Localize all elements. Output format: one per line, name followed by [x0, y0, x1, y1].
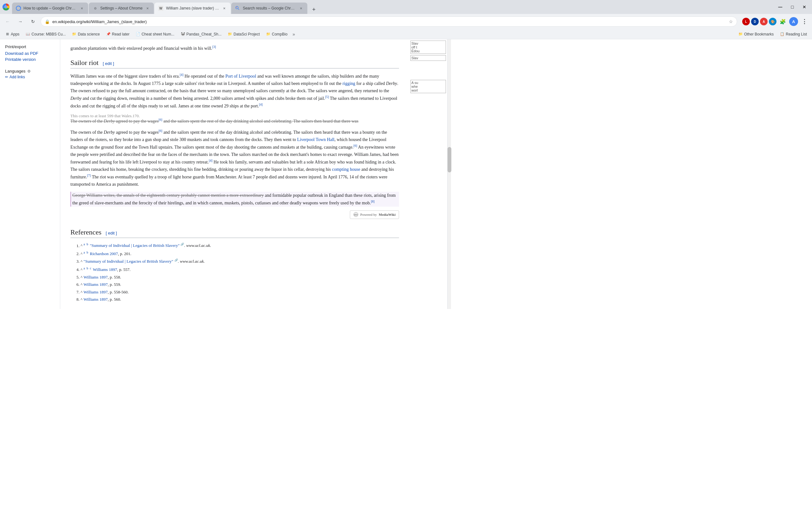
tab-settings-about-chrome[interactable]: ⚙ Settings – About Chrome ✕	[89, 3, 154, 14]
toolbar-icons: L D A 🎨 🧩 A ⋮	[742, 16, 809, 26]
bookmark-datasci-icon: 📁	[228, 32, 232, 37]
sailor-riot-edit-link[interactable]: [ edit ]	[103, 61, 114, 66]
sailor-riot-para1: William James was one of the biggest sla…	[70, 72, 399, 109]
ref7-sup[interactable]: [7]	[87, 174, 91, 177]
bookmark-course-label: Course: MBBS Cu...	[32, 32, 66, 37]
ref3-link[interactable]: "Summary of Individual | Legacies of Bri…	[84, 259, 173, 264]
liverpool-town-hall-link[interactable]: Liverpool Town Hall	[297, 137, 335, 142]
strikethrough-text-1: The owners of the Derby agreed to pay th…	[70, 118, 159, 123]
overlap-para-fg: The owners of the Derby agreed to pay th…	[70, 117, 399, 125]
rigging-link[interactable]: rigging	[343, 81, 355, 86]
tab-how-to-update[interactable]: How to update – Google Chro... ✕	[12, 3, 88, 14]
pdf-icon[interactable]: A	[760, 18, 768, 25]
bookmark-cheatsheet-label: Cheat sheet Num...	[142, 32, 174, 37]
tab-william-james[interactable]: W William James (slave trader) –... ✕	[154, 3, 231, 14]
ref6b-sup[interactable]: [6]	[159, 129, 162, 132]
bookmark-other[interactable]: 📁 Other Bookmarks	[736, 31, 776, 38]
ref4c-sup[interactable]: [4]	[209, 159, 212, 162]
tab-search-results[interactable]: Search results – Google Chro... ✕	[231, 3, 307, 14]
tab4-close[interactable]: ✕	[299, 6, 304, 11]
ref1-sup-b[interactable]: b	[87, 242, 88, 246]
bookmark-read-later[interactable]: 📌 Read later	[104, 31, 132, 38]
bookmarks-bar: ⊞ Apps 📖 Course: MBBS Cu... 📁 Data scien…	[0, 29, 812, 39]
tab2-favicon: ⚙	[93, 6, 98, 11]
ref8-sup[interactable]: [8]	[371, 200, 374, 203]
address-bar[interactable]: 🔒 en.wikipedia.org/wiki/William_James_(s…	[41, 16, 737, 26]
dashlane-icon[interactable]: D	[751, 18, 759, 25]
svg-point-7	[236, 6, 238, 9]
reading-list-label: Reading List	[786, 32, 807, 37]
ref7-link[interactable]: Williams 1897	[84, 290, 107, 294]
bookmark-reading-list[interactable]: 📋 Reading List	[777, 31, 809, 38]
references-title: References	[70, 228, 101, 236]
ref1-link[interactable]: "Summary of Individual | Legacies of Bri…	[90, 243, 180, 248]
ref2-sup-a[interactable]: a	[84, 250, 85, 254]
ref8-link[interactable]: Williams 1897	[84, 297, 107, 302]
tab3-close[interactable]: ✕	[222, 6, 227, 11]
bookmark-cheatsheet[interactable]: 📄 Cheat sheet Num...	[133, 31, 177, 38]
ref-item-7: ^ Williams 1897, p. 558-560.	[81, 289, 399, 295]
profile-avatar[interactable]: A	[789, 17, 798, 26]
references-heading: References [ edit ]	[70, 227, 399, 238]
close-button[interactable]: ✕	[799, 2, 809, 12]
port-of-liverpool-link[interactable]: Port of Liverpool	[225, 74, 256, 78]
lastpass-icon[interactable]: L	[742, 18, 750, 25]
ref4a-sup[interactable]: [4]	[180, 73, 184, 76]
tab1-close[interactable]: ✕	[79, 6, 84, 11]
download-pdf-link[interactable]: Download as PDF	[5, 50, 55, 56]
back-button[interactable]: ←	[3, 16, 13, 26]
more-options-icon[interactable]: ⋮	[799, 16, 809, 26]
scrollbar-thumb[interactable]	[448, 147, 451, 172]
bookmark-ds-label: Data science	[78, 32, 100, 37]
ref1-sup-a[interactable]: a	[84, 242, 85, 246]
intro-partial-para: grandson plantations with their enslaved…	[70, 44, 399, 52]
forward-button[interactable]: →	[15, 16, 26, 26]
refresh-button[interactable]: ↻	[28, 16, 38, 26]
extensions-icon[interactable]: 🧩	[778, 16, 788, 26]
other-bookmarks-label: Other Bookmarks	[744, 32, 774, 37]
ref6c-sup[interactable]: [6]	[353, 144, 357, 147]
mediawiki-name: MediaWiki	[379, 212, 396, 218]
star-icon[interactable]: ☆	[729, 19, 733, 24]
bookmark-course[interactable]: 📖 Course: MBBS Cu...	[23, 31, 68, 38]
ref2-sup-b[interactable]: b	[87, 250, 88, 254]
ref4b-sup[interactable]: [4]	[259, 103, 263, 106]
bookmark-pandas[interactable]: 🐼 Pandas_Cheat_Sh...	[178, 31, 224, 38]
sailor-riot-title: Sailor riot	[70, 59, 99, 66]
ref4-sup-c[interactable]: c	[90, 267, 91, 270]
maximize-button[interactable]: □	[787, 2, 798, 12]
ref-item-4: ^ a b c Williams 1897, p. 557.	[81, 266, 399, 273]
references-edit-link[interactable]: [ edit ]	[106, 231, 117, 235]
minimize-button[interactable]: ─	[775, 2, 785, 12]
bookmark-compbio[interactable]: 📁 CompBio	[264, 31, 290, 38]
tab2-close[interactable]: ✕	[145, 6, 150, 11]
bookmark-compbio-label: CompBio	[272, 32, 287, 37]
scrollbar-area[interactable]	[447, 39, 451, 309]
color-picker-icon[interactable]: 🎨	[769, 18, 776, 25]
ref4-sup-a[interactable]: a	[84, 267, 85, 270]
ref3-ext-icon: 🔗	[174, 259, 178, 262]
mediawiki-logo: MW	[353, 212, 358, 217]
pencil-icon: ✏	[5, 75, 8, 79]
bookmark-ds-icon: 📁	[72, 32, 77, 37]
bookmark-data-science[interactable]: 📁 Data science	[69, 31, 102, 38]
printable-version-link[interactable]: Printable version	[5, 56, 55, 62]
ref3-sup[interactable]: [3]	[212, 45, 216, 49]
ref5-sup[interactable]: [5]	[325, 95, 329, 99]
ref2-link[interactable]: Richardson 2007	[90, 251, 118, 256]
bookmark-datasci[interactable]: 📁 DataSci Project	[225, 31, 262, 38]
languages-gear-icon[interactable]: ⚙	[27, 69, 31, 73]
ref4-link[interactable]: Williams 1897	[93, 267, 117, 272]
compting-house-link[interactable]: compting house	[332, 167, 360, 172]
more-bookmarks-chevron[interactable]: »	[291, 31, 296, 38]
new-tab-button[interactable]: +	[309, 5, 318, 14]
add-links-label: Add links	[9, 75, 25, 79]
add-links-btn[interactable]: ✏ Add links	[5, 75, 55, 79]
ref6a-sup[interactable]: [6]	[159, 118, 162, 121]
ref6-link[interactable]: Williams 1897	[84, 282, 107, 287]
lock-icon: 🔒	[45, 19, 50, 24]
bookmark-apps[interactable]: ⊞ Apps	[3, 31, 22, 38]
ref5-link[interactable]: Williams 1897	[84, 275, 107, 279]
ref4-sup-b[interactable]: b	[87, 267, 88, 270]
profile-area: ─ □ ✕	[775, 2, 809, 12]
